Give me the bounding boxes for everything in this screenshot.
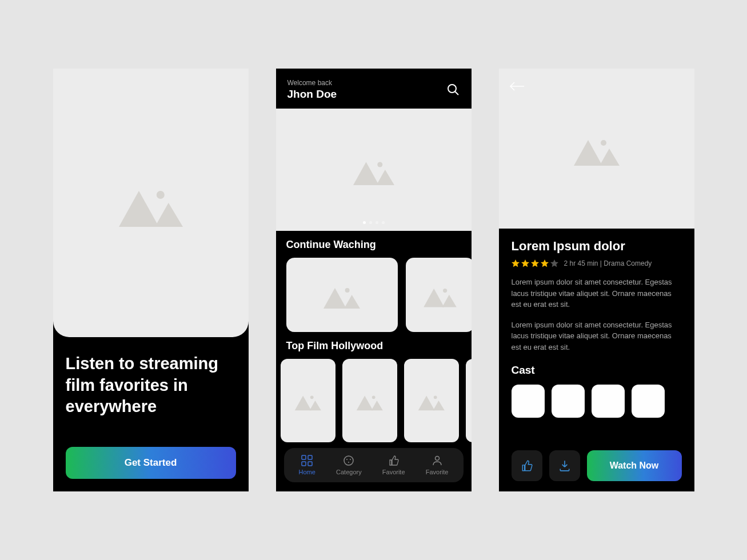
dot[interactable] xyxy=(369,221,372,224)
continue-card[interactable] xyxy=(406,258,472,332)
hero-image-placeholder xyxy=(53,69,249,337)
download-button[interactable] xyxy=(549,450,580,481)
rating-stars xyxy=(512,259,558,267)
star-icon xyxy=(541,259,549,267)
star-icon xyxy=(512,259,520,267)
home-screen: Welcome back Jhon Doe Continue Waching T… xyxy=(276,69,472,491)
image-icon xyxy=(319,277,365,313)
user-greeting: Welcome back Jhon Doe xyxy=(287,79,337,101)
cast-card[interactable] xyxy=(632,385,665,418)
film-card[interactable] xyxy=(466,359,472,442)
star-icon xyxy=(550,259,558,267)
nav-label: Favorite xyxy=(426,469,449,475)
star-icon xyxy=(531,259,539,267)
film-card[interactable] xyxy=(404,359,459,442)
watch-now-button[interactable]: Watch Now xyxy=(587,450,682,481)
dot[interactable] xyxy=(376,221,378,224)
cast-card[interactable] xyxy=(512,385,545,418)
get-started-button[interactable]: Get Started xyxy=(66,447,236,479)
compass-icon xyxy=(343,455,354,466)
svg-point-7 xyxy=(344,456,353,465)
movie-meta: 2 hr 45 min | Drama Comedy xyxy=(512,259,682,267)
username: Jhon Doe xyxy=(287,88,337,101)
onboarding-screen: Listen to streaming film favorites in ev… xyxy=(53,69,249,491)
svg-point-9 xyxy=(350,459,351,460)
nav-home[interactable]: Home xyxy=(299,455,315,475)
svg-point-1 xyxy=(448,85,456,93)
thumbs-up-icon xyxy=(388,455,400,466)
download-icon xyxy=(558,459,571,472)
film-card[interactable] xyxy=(342,359,397,442)
onboarding-title: Listen to streaming film favorites in ev… xyxy=(66,353,236,418)
featured-banner[interactable] xyxy=(276,109,472,231)
movie-title: Lorem Ipsum dolor xyxy=(512,239,682,254)
star-icon xyxy=(521,259,529,267)
image-icon xyxy=(291,387,325,414)
image-icon xyxy=(353,387,386,414)
dot[interactable] xyxy=(382,221,385,224)
onboarding-content: Listen to streaming film favorites in ev… xyxy=(53,337,249,491)
movie-hero xyxy=(499,69,694,229)
like-button[interactable] xyxy=(512,450,542,481)
movie-description: Lorem ipsum dolor sit amet consectetur. … xyxy=(512,277,682,310)
svg-rect-4 xyxy=(308,455,312,459)
film-card[interactable] xyxy=(281,359,335,442)
thumbs-up-icon xyxy=(521,459,533,472)
welcome-label: Welcome back xyxy=(287,79,337,87)
svg-rect-5 xyxy=(302,462,306,466)
duration-genre: 2 hr 45 min | Drama Comedy xyxy=(564,259,652,267)
dot[interactable] xyxy=(363,221,366,224)
svg-line-2 xyxy=(455,91,458,95)
grid-icon xyxy=(301,455,313,466)
top-film-title: Top Film Hollywood xyxy=(276,332,472,359)
back-arrow-icon[interactable] xyxy=(509,81,525,91)
svg-rect-3 xyxy=(302,455,306,459)
nav-category[interactable]: Category xyxy=(336,455,362,475)
image-icon xyxy=(568,126,625,171)
nav-profile[interactable]: Favorite xyxy=(426,455,449,475)
nav-favorite[interactable]: Favorite xyxy=(382,455,405,475)
detail-body: Lorem Ipsum dolor 2 hr 45 min | Drama Co… xyxy=(499,229,694,491)
continue-card[interactable] xyxy=(286,258,398,332)
image-icon xyxy=(111,171,191,235)
image-icon xyxy=(415,387,448,414)
image-icon xyxy=(348,149,400,190)
cast-title: Cast xyxy=(512,364,682,377)
movie-description: Lorem ipsum dolor sit amet consectetur. … xyxy=(512,319,682,353)
cast-card[interactable] xyxy=(592,385,625,418)
image-icon xyxy=(420,278,461,311)
carousel-dots xyxy=(363,221,385,224)
user-icon xyxy=(432,455,443,466)
nav-label: Home xyxy=(299,469,315,475)
nav-label: Favorite xyxy=(382,469,405,475)
search-icon[interactable] xyxy=(446,83,460,97)
continue-watching-row xyxy=(276,258,472,332)
svg-point-10 xyxy=(348,462,349,463)
top-film-row xyxy=(276,359,472,442)
svg-rect-6 xyxy=(308,462,312,466)
home-header: Welcome back Jhon Doe xyxy=(276,69,472,109)
continue-watching-title: Continue Waching xyxy=(276,231,472,258)
svg-point-8 xyxy=(346,459,347,460)
svg-point-11 xyxy=(435,457,439,461)
detail-screen: Lorem Ipsum dolor 2 hr 45 min | Drama Co… xyxy=(499,69,694,491)
nav-label: Category xyxy=(336,469,362,475)
bottom-nav: Home Category Favorite Favorite xyxy=(284,448,464,482)
cast-row xyxy=(512,385,682,418)
action-row: Watch Now xyxy=(512,450,682,481)
cast-card[interactable] xyxy=(552,385,585,418)
